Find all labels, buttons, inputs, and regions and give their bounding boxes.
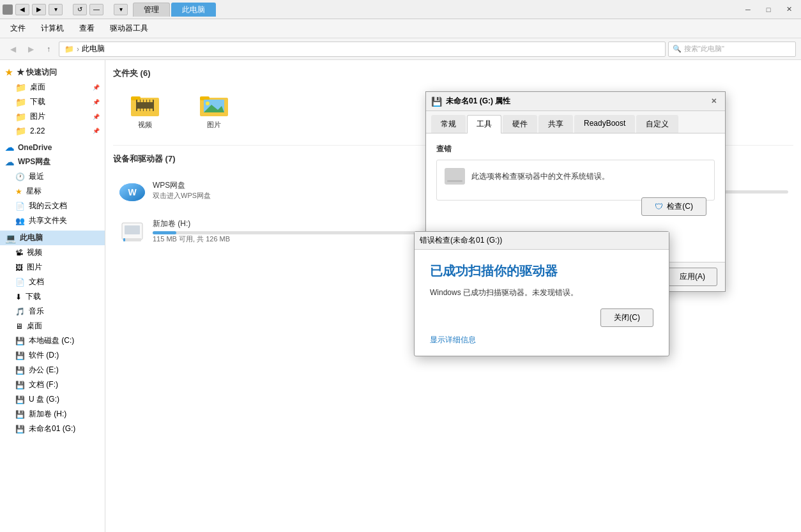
drive-h-free: 115 MB 可用 — [153, 235, 193, 243]
scan-close-btn[interactable]: 关闭(C) — [600, 308, 653, 327]
folder-pictures-icon — [199, 92, 229, 118]
toolbar: ◀ ▶ ↑ 📁 › 此电脑 🔍 搜索"此电脑" — [0, 38, 801, 60]
video-icon: 📽 — [15, 248, 23, 257]
sidebar-item-starred[interactable]: ★ 星标 — [0, 184, 105, 199]
sidebar-drive-c[interactable]: 💾 本地磁盘 (C:) — [0, 333, 105, 348]
sidebar-label-h: 新加卷 (H:) — [29, 409, 66, 420]
sidebar-drive-e[interactable]: 💾 办公 (E:) — [0, 363, 105, 377]
tab-share[interactable]: 共享 — [538, 115, 573, 133]
shared-icon: 👥 — [15, 217, 25, 225]
menu-drive-tools[interactable]: 驱动器工具 — [102, 20, 156, 36]
drive-small-icon — [445, 168, 465, 185]
folder-pictures-label: 图片 — [207, 120, 221, 130]
sidebar-item-video[interactable]: 📽 视频 — [0, 245, 105, 260]
my-cloud-icon: 📄 — [15, 202, 25, 211]
undo-btn[interactable]: ↺ — [73, 4, 87, 15]
maximize-btn[interactable]: □ — [759, 3, 778, 17]
scan-detail-link[interactable]: 显示详细信息 — [430, 335, 476, 344]
sidebar-drive-f[interactable]: 💾 文档 (F:) — [0, 377, 105, 392]
sidebar-item-music[interactable]: 🎵 音乐 — [0, 304, 105, 319]
menu-file[interactable]: 文件 — [3, 20, 33, 36]
sidebar-label-unnamed: 未命名01 (G:) — [29, 423, 75, 434]
forward-btn[interactable]: ▶ — [32, 4, 46, 15]
tab-customize[interactable]: 自定义 — [636, 115, 678, 133]
quick-access-btn[interactable]: ◀ — [15, 4, 29, 15]
sidebar-label-recent: 最近 — [29, 171, 44, 182]
svg-rect-29 — [123, 238, 141, 241]
sidebar-drive-g[interactable]: 💾 U 盘 (G:) — [0, 392, 105, 407]
properties-close-btn[interactable]: ✕ — [707, 95, 720, 108]
search-bar[interactable]: 🔍 搜索"此电脑" — [668, 42, 796, 57]
svg-rect-4 — [137, 100, 140, 102]
sidebar-label-222: 2.22 — [30, 126, 45, 135]
drive-h-icon: 💾 — [15, 410, 25, 419]
apply-btn[interactable]: 应用(A) — [668, 268, 717, 286]
folder-icon-desktop: 📁 — [15, 82, 26, 93]
error-section-title: 查错 — [436, 144, 715, 155]
drive-h-total: 共 126 MB — [197, 235, 230, 243]
sidebar-item-dl[interactable]: ⬇ 下载 — [0, 289, 105, 304]
this-pc-icon: 💻 — [5, 233, 16, 243]
check-btn[interactable]: 🛡 检查(C) — [641, 197, 706, 216]
sidebar-item-recent[interactable]: 🕐 最近 — [0, 169, 105, 184]
sidebar-item-docs[interactable]: 📄 文档 — [0, 275, 105, 289]
tab-tools[interactable]: 工具 — [467, 115, 501, 133]
drive-h-card[interactable]: 新加卷 (H:) 115 MB 可用, 共 126 MB — [113, 213, 451, 249]
sidebar-wps[interactable]: ☁ WPS网盘 — [0, 155, 105, 169]
redo-btn[interactable]: — — [89, 4, 103, 15]
menu-computer[interactable]: 计算机 — [33, 20, 72, 36]
minimize-btn[interactable]: ─ — [738, 3, 758, 17]
sidebar-item-222[interactable]: 📁 2.22 📌 — [0, 124, 105, 138]
pin-icon-desktop: 📌 — [93, 84, 100, 91]
drive-e-icon: 💾 — [15, 366, 25, 375]
menu-view[interactable]: 查看 — [72, 20, 102, 36]
music-icon: 🎵 — [15, 307, 25, 316]
error-row: 此选项将检查驱动器中的文件系统错误。 — [445, 168, 706, 185]
tab-manage[interactable]: 管理 — [133, 3, 170, 17]
up-btn[interactable]: ↑ — [41, 42, 56, 57]
error-description: 此选项将检查驱动器中的文件系统错误。 — [471, 171, 609, 182]
tab-general[interactable]: 常规 — [431, 115, 466, 133]
wps-drive-name: WPS网盘 — [153, 180, 446, 191]
dropdown-btn[interactable]: ▾ — [49, 4, 63, 15]
svg-rect-12 — [147, 109, 149, 111]
sidebar-drive-h[interactable]: 💾 新加卷 (H:) — [0, 407, 105, 422]
sidebar-item-downloads[interactable]: 📁 下载 📌 — [0, 95, 105, 109]
search-placeholder: 搜索"此电脑" — [684, 44, 724, 54]
sidebar-item-shared[interactable]: 👥 共享文件夹 — [0, 213, 105, 228]
sidebar-item-pics[interactable]: 🖼 图片 — [0, 260, 105, 275]
scan-detail-wrapper: 显示详细信息 — [430, 335, 653, 346]
tab-readyboost[interactable]: ReadyBoost — [574, 115, 635, 133]
more-btn[interactable]: ▾ — [114, 4, 128, 15]
sidebar-this-pc[interactable]: 💻 此电脑 — [0, 231, 105, 245]
sidebar-item-desktop2[interactable]: 🖥 桌面 — [0, 319, 105, 333]
wps-label: WPS网盘 — [18, 156, 50, 167]
back-btn[interactable]: ◀ — [5, 42, 20, 57]
drive-wps[interactable]: W WPS网盘 双击进入WPS网盘 — [113, 172, 451, 208]
address-bar[interactable]: 📁 › 此电脑 — [59, 42, 666, 57]
docs-icon: 📄 — [15, 278, 25, 287]
svg-rect-7 — [147, 100, 149, 102]
sidebar-item-desktop[interactable]: 📁 桌面 📌 — [0, 80, 105, 95]
forward-nav-btn[interactable]: ▶ — [23, 42, 38, 57]
sidebar-label-pictures: 图片 — [30, 111, 45, 122]
star-cloud-icon: ★ — [15, 187, 22, 196]
tab-this-pc[interactable]: 此电脑 — [171, 3, 216, 17]
sidebar-item-pictures[interactable]: 📁 图片 📌 — [0, 109, 105, 124]
sidebar-drive-d[interactable]: 💾 软件 (D:) — [0, 348, 105, 363]
drive-h-name: 新加卷 (H:) — [153, 218, 446, 229]
tab-hardware[interactable]: 硬件 — [503, 115, 537, 133]
onedrive-icon: ☁ — [5, 142, 14, 153]
folders-section-title: 文件夹 (6) — [113, 65, 793, 82]
folder-icon-small — [3, 4, 13, 15]
folder-video[interactable]: 视频 — [113, 87, 177, 135]
close-btn[interactable]: ✕ — [779, 3, 798, 17]
svg-rect-13 — [150, 109, 153, 111]
scan-success-title: 已成功扫描你的驱动器 — [430, 262, 653, 280]
folder-pictures[interactable]: 图片 — [182, 87, 246, 135]
menu-bar: 文件 计算机 查看 驱动器工具 — [0, 19, 801, 38]
sidebar-quick-access[interactable]: ★ ★ 快速访问 — [0, 65, 105, 80]
sidebar-drive-unnamed[interactable]: 💾 未命名01 (G:) — [0, 422, 105, 436]
sidebar-item-my-cloud[interactable]: 📄 我的云文档 — [0, 199, 105, 213]
sidebar-onedrive[interactable]: ☁ OneDrive — [0, 141, 105, 155]
